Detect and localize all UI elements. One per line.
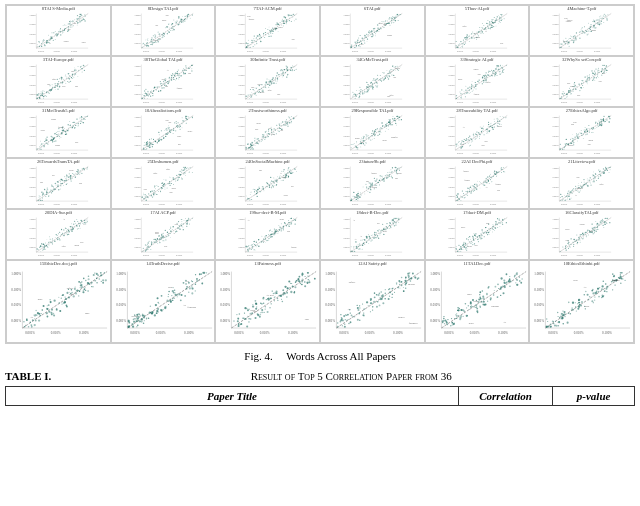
svg-point-3512 (159, 239, 160, 240)
svg-point-3050 (488, 183, 489, 184)
plot-cell: 22AI DecPhi.pdf1.000%0.100%0.010%0.001%0… (425, 158, 530, 209)
svg-point-3698 (368, 235, 369, 236)
svg-point-3764 (380, 233, 381, 234)
svg-point-3470 (144, 245, 145, 246)
svg-point-2756 (288, 170, 289, 171)
svg-point-944 (46, 91, 47, 92)
svg-point-992 (168, 80, 169, 81)
svg-point-4871 (599, 287, 601, 289)
svg-point-2128 (373, 134, 374, 135)
svg-point-3317 (52, 244, 53, 245)
svg-text:0.001%: 0.001% (25, 332, 35, 336)
svg-text:0.010%: 0.010% (344, 186, 350, 188)
svg-text:model: model (359, 43, 364, 45)
svg-point-566 (469, 35, 470, 36)
svg-point-340 (250, 47, 251, 48)
svg-point-1141 (277, 72, 278, 73)
svg-point-3334 (62, 233, 63, 234)
svg-point-3413 (146, 246, 147, 247)
svg-point-505 (356, 43, 357, 44)
svg-point-4728 (509, 276, 510, 277)
svg-point-3562 (258, 245, 259, 246)
svg-text:0.100%: 0.100% (116, 288, 126, 292)
svg-point-625 (495, 21, 496, 22)
svg-point-2920 (387, 175, 388, 176)
svg-point-4051 (606, 223, 607, 224)
plot-area: 1.000%0.100%0.010%0.001%0.001%0.010%0.10… (426, 216, 529, 259)
svg-point-4067 (576, 241, 577, 242)
svg-point-934 (42, 91, 43, 92)
svg-point-2830 (273, 181, 274, 182)
svg-point-4371 (249, 318, 251, 320)
svg-point-4825 (561, 319, 562, 320)
svg-point-1238 (353, 94, 354, 95)
svg-text:0.010%: 0.010% (344, 84, 350, 86)
svg-point-4824 (546, 319, 548, 321)
svg-point-2974 (386, 178, 387, 179)
svg-point-2266 (486, 129, 487, 130)
svg-text:ethics: ethics (461, 226, 465, 228)
svg-point-666 (455, 45, 456, 46)
svg-point-2127 (372, 130, 373, 131)
svg-text:human: human (372, 186, 377, 188)
svg-point-169 (173, 19, 174, 20)
svg-point-1589 (570, 90, 571, 91)
svg-point-3047 (456, 195, 457, 196)
svg-point-4546 (341, 319, 343, 321)
svg-point-589 (461, 43, 462, 44)
svg-point-3913 (468, 238, 469, 239)
svg-point-1587 (575, 89, 576, 90)
svg-point-1622 (563, 91, 564, 92)
svg-point-1833 (179, 124, 180, 125)
svg-point-2816 (271, 181, 272, 182)
svg-point-802 (601, 22, 602, 23)
svg-point-402 (286, 19, 287, 20)
svg-point-4597 (399, 282, 400, 283)
svg-point-2017 (267, 137, 268, 138)
svg-point-2640 (153, 193, 154, 194)
svg-point-1588 (603, 65, 604, 66)
svg-point-4556 (405, 283, 407, 285)
svg-point-2935 (391, 176, 392, 177)
svg-text:0.001%: 0.001% (247, 101, 253, 103)
svg-point-167 (187, 18, 188, 19)
svg-point-261 (185, 18, 186, 19)
svg-point-4482 (286, 297, 288, 299)
svg-point-16 (84, 14, 85, 15)
svg-point-2918 (374, 181, 375, 182)
svg-point-2813 (268, 184, 269, 185)
svg-point-2228 (473, 136, 474, 137)
svg-point-4205 (92, 286, 94, 288)
svg-point-800 (585, 32, 586, 33)
svg-point-459 (395, 17, 396, 18)
svg-point-4886 (563, 323, 565, 325)
svg-point-4566 (405, 285, 406, 286)
svg-point-1272 (370, 86, 371, 87)
svg-point-3589 (258, 239, 259, 240)
svg-point-786 (603, 18, 604, 19)
svg-point-3823 (459, 251, 460, 252)
svg-point-460 (392, 18, 393, 19)
svg-point-2348 (564, 149, 565, 150)
svg-point-929 (46, 92, 47, 93)
svg-point-772 (560, 47, 561, 48)
svg-text:trust: trust (287, 231, 291, 233)
svg-point-4202 (94, 280, 96, 282)
svg-point-4521 (368, 305, 369, 306)
svg-point-2257 (466, 138, 467, 139)
svg-point-343 (291, 21, 292, 22)
svg-point-3098 (461, 191, 462, 192)
svg-point-4339 (182, 282, 184, 284)
svg-text:model: model (467, 245, 472, 247)
svg-point-4813 (558, 325, 560, 327)
svg-point-4477 (307, 272, 309, 274)
svg-text:human: human (355, 137, 360, 139)
svg-point-2511 (43, 193, 44, 194)
svg-text:0.010%: 0.010% (344, 237, 350, 239)
svg-point-4326 (201, 283, 203, 285)
svg-point-4687 (503, 285, 505, 287)
svg-point-1189 (280, 74, 281, 75)
svg-text:0.010%: 0.010% (30, 33, 36, 35)
svg-point-4311 (156, 310, 158, 312)
svg-point-3212 (576, 190, 577, 191)
